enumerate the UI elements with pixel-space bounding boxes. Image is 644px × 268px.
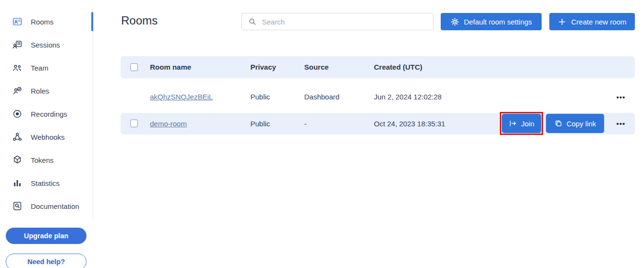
sidebar-item-label: Recordings [31, 110, 67, 118]
rooms-icon [12, 16, 23, 27]
created-value: Jun 2, 2024 12:02:28 [374, 86, 442, 108]
table-header-row: Room name Privacy Source Created (UTC) [121, 56, 635, 78]
sidebar-divider [93, 10, 93, 219]
button-label: Create new room [571, 18, 626, 26]
column-header-room-name: Room name [150, 56, 191, 78]
sidebar-item-team[interactable]: Team [0, 56, 93, 79]
column-header-created: Created (UTC) [374, 56, 422, 78]
create-new-room-button[interactable]: Create new room [549, 13, 635, 30]
tokens-icon [12, 155, 23, 165]
sessions-icon [12, 39, 23, 50]
source-value: Dashboard [304, 86, 339, 108]
copy-link-button[interactable]: Copy link [546, 114, 604, 133]
sidebar-item-statistics[interactable]: Statistics [0, 171, 93, 195]
sidebar-item-label: Sessions [31, 41, 60, 49]
page-title: Rooms [121, 14, 158, 27]
sidebar-item-label: Tokens [31, 156, 54, 164]
default-room-settings-button[interactable]: Default room settings [441, 13, 542, 30]
sidebar-item-webhooks[interactable]: Webhooks [0, 125, 93, 148]
search-box [241, 13, 433, 30]
gear-icon [450, 17, 459, 26]
sidebar-item-recordings[interactable]: Recordings [0, 102, 93, 125]
webhooks-icon [12, 132, 23, 142]
sidebar-item-label: Webhooks [31, 133, 65, 141]
sidebar-item-label: Roles [31, 87, 49, 95]
sidebar-item-label: Rooms [31, 18, 54, 26]
sidebar-nav: Rooms Sessions Team Roles [0, 10, 93, 218]
column-header-source: Source [304, 56, 329, 78]
button-label: Join [521, 120, 534, 128]
sidebar-item-label: Documentation [31, 202, 79, 210]
join-button[interactable]: Join [502, 114, 541, 133]
recordings-icon [12, 109, 23, 119]
join-icon [508, 119, 517, 128]
row-checkbox[interactable] [130, 120, 138, 127]
privacy-value: Public [250, 113, 270, 134]
privacy-value: Public [250, 86, 270, 108]
row-actions-menu-button[interactable]: ••• [613, 113, 629, 134]
need-help-button[interactable]: Need help? [6, 254, 87, 268]
button-label: Default room settings [464, 18, 532, 26]
table-row: demo-room Public - Oct 24, 2023 18:35:31… [121, 113, 635, 134]
table-row: akQhzSNQJezBEiL Public Dashboard Jun 2, … [121, 86, 635, 108]
plus-icon [557, 17, 567, 26]
rooms-dashboard: Rooms Sessions Team Roles [0, 0, 644, 268]
source-value: - [304, 113, 307, 134]
sidebar: Rooms Sessions Team Roles [0, 0, 93, 268]
room-name-link[interactable]: akQhzSNQJezBEiL [150, 93, 213, 101]
select-all-checkbox[interactable] [130, 63, 138, 71]
button-label: Copy link [567, 120, 596, 128]
documentation-icon [12, 201, 23, 211]
sidebar-item-label: Statistics [31, 179, 60, 187]
sidebar-item-label: Team [31, 64, 49, 72]
sidebar-item-documentation[interactable]: Documentation [0, 195, 93, 218]
sidebar-item-tokens[interactable]: Tokens [0, 148, 93, 171]
team-icon [12, 62, 23, 73]
active-item-indicator [91, 12, 93, 31]
room-name-link[interactable]: demo-room [150, 120, 187, 128]
upgrade-plan-button[interactable]: Upgrade plan [6, 228, 87, 244]
copy-icon [554, 119, 563, 128]
roles-icon [12, 85, 23, 96]
search-input[interactable] [262, 18, 433, 26]
sidebar-item-rooms[interactable]: Rooms [0, 10, 93, 33]
created-value: Oct 24, 2023 18:35:31 [374, 113, 445, 134]
sidebar-item-roles[interactable]: Roles [0, 79, 93, 102]
sidebar-item-sessions[interactable]: Sessions [0, 33, 93, 56]
column-header-privacy: Privacy [250, 56, 276, 78]
row-actions-menu-button[interactable]: ••• [613, 86, 629, 108]
search-icon [248, 17, 257, 26]
annotation-highlight: Join [500, 112, 543, 135]
statistics-icon [12, 178, 23, 188]
